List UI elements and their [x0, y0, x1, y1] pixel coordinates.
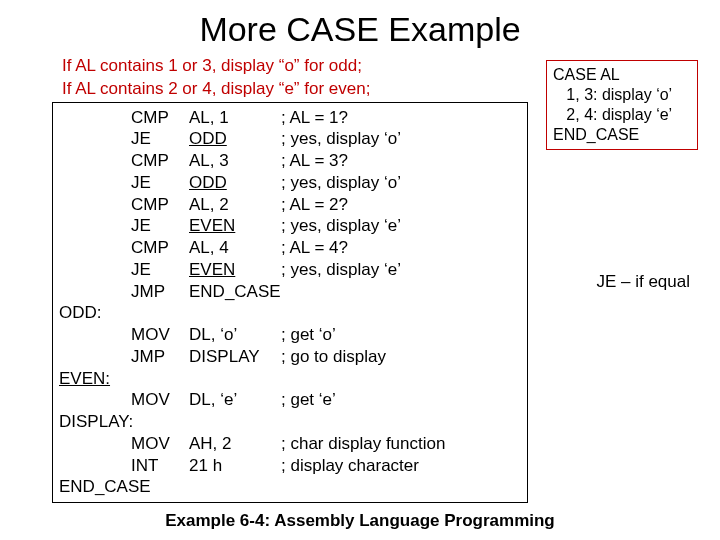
code-label: DISPLAY: [59, 411, 131, 433]
code-row: CMPAL, 1; AL = 1? [59, 107, 521, 129]
code-arg: AL, 4 [189, 237, 281, 259]
code-label: END_CASE [59, 476, 131, 498]
code-arg: EVEN [189, 215, 281, 237]
code-op: JE [131, 172, 189, 194]
code-comment: ; get ‘e’ [281, 389, 336, 411]
code-label: ODD: [59, 302, 131, 324]
code-row: CMPAL, 4; AL = 4? [59, 237, 521, 259]
code-op: JE [131, 259, 189, 281]
code-arg: ODD [189, 128, 281, 150]
slide-title: More CASE Example [22, 10, 698, 49]
code-op: MOV [131, 433, 189, 455]
code-op: JE [131, 215, 189, 237]
code-arg: DL, ‘o’ [189, 324, 281, 346]
code-arg: 21 h [189, 455, 281, 477]
code-row: MOVDL, ‘e’; get ‘e’ [59, 389, 521, 411]
code-comment: ; yes, display ‘o’ [281, 172, 401, 194]
code-op: INT [131, 455, 189, 477]
code-row: JEODD; yes, display ‘o’ [59, 128, 521, 150]
code-arg: ODD [189, 172, 281, 194]
code-row: MOVDL, ‘o’; get ‘o’ [59, 324, 521, 346]
code-row: INT21 h; display character [59, 455, 521, 477]
code-comment: ; yes, display ‘e’ [281, 215, 401, 237]
code-arg: END_CASE [189, 281, 281, 303]
code-arg: AH, 2 [189, 433, 281, 455]
code-op: CMP [131, 194, 189, 216]
code-row: JEEVEN; yes, display ‘e’ [59, 259, 521, 281]
pseudo-line: CASE AL [553, 65, 691, 85]
code-comment: ; display character [281, 455, 419, 477]
code-op: JMP [131, 346, 189, 368]
slide: More CASE Example If AL contains 1 or 3,… [0, 0, 720, 540]
code-row: ODD: [59, 302, 521, 324]
code-row: JEEVEN; yes, display ‘e’ [59, 215, 521, 237]
code-row: JEODD; yes, display ‘o’ [59, 172, 521, 194]
code-comment: ; AL = 1? [281, 107, 348, 129]
code-row: JMPDISPLAY; go to display [59, 346, 521, 368]
note-je: JE – if equal [596, 272, 690, 292]
code-box: CMPAL, 1; AL = 1?JEODD; yes, display ‘o’… [52, 102, 528, 504]
code-op: JMP [131, 281, 189, 303]
code-arg: AL, 2 [189, 194, 281, 216]
code-op: CMP [131, 237, 189, 259]
code-comment: ; AL = 4? [281, 237, 348, 259]
code-row: END_CASE [59, 476, 521, 498]
code-op: CMP [131, 107, 189, 129]
code-arg: EVEN [189, 259, 281, 281]
code-row: DISPLAY: [59, 411, 521, 433]
pseudo-line: 1, 3: display ‘o’ [553, 85, 691, 105]
pseudocode-box: CASE AL 1, 3: display ‘o’ 2, 4: display … [546, 60, 698, 150]
code-label: EVEN: [59, 368, 131, 390]
code-row: JMPEND_CASE [59, 281, 521, 303]
code-row: MOVAH, 2; char display function [59, 433, 521, 455]
code-op: CMP [131, 150, 189, 172]
code-row: EVEN: [59, 368, 521, 390]
code-arg: AL, 3 [189, 150, 281, 172]
code-op: MOV [131, 389, 189, 411]
code-comment: ; go to display [281, 346, 386, 368]
code-comment: ; yes, display ‘o’ [281, 128, 401, 150]
code-comment: ; AL = 2? [281, 194, 348, 216]
pseudo-line: 2, 4: display ‘e’ [553, 105, 691, 125]
code-arg: DL, ‘e’ [189, 389, 281, 411]
code-comment: ; AL = 3? [281, 150, 348, 172]
code-arg: DISPLAY [189, 346, 281, 368]
caption: Example 6-4: Assembly Language Programmi… [22, 511, 698, 531]
code-arg: AL, 1 [189, 107, 281, 129]
pseudo-line: END_CASE [553, 125, 691, 145]
code-comment: ; char display function [281, 433, 445, 455]
code-op: JE [131, 128, 189, 150]
code-row: CMPAL, 3; AL = 3? [59, 150, 521, 172]
code-comment: ; get ‘o’ [281, 324, 336, 346]
code-comment: ; yes, display ‘e’ [281, 259, 401, 281]
code-row: CMPAL, 2; AL = 2? [59, 194, 521, 216]
code-op: MOV [131, 324, 189, 346]
